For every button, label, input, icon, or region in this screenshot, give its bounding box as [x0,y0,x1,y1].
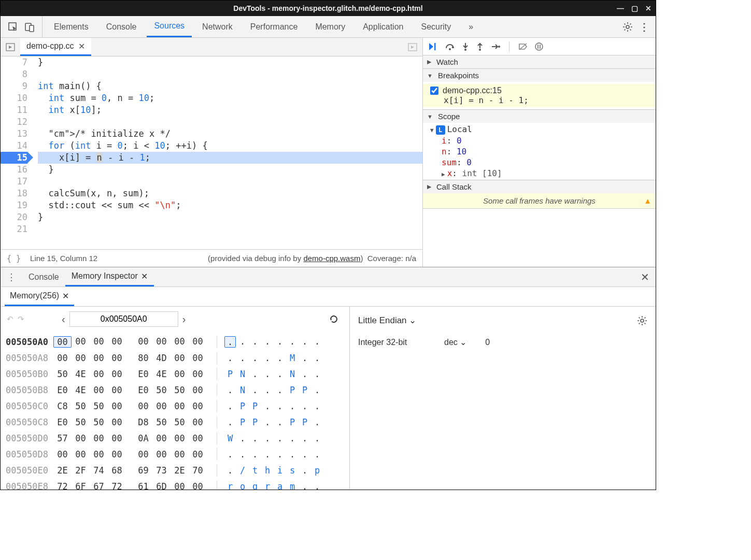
prev-page-icon[interactable]: ‹ [62,313,65,325]
settings-gear-icon[interactable] [622,22,633,32]
callstack-warning: Some call frames have warnings▲ [423,193,656,208]
svg-point-15 [641,319,644,322]
file-tab[interactable]: demo-cpp.cc ✕ [20,38,91,56]
kebab-menu-icon[interactable]: ⋮ [639,21,649,33]
tab-sources[interactable]: Sources [147,16,192,37]
memory-address-input[interactable] [69,311,178,327]
inspect-element-icon[interactable] [8,22,18,32]
svg-line-11 [519,44,527,50]
step-out-icon[interactable] [476,42,484,51]
pause-exceptions-icon[interactable] [534,42,544,51]
tab-console[interactable]: Console [99,16,144,37]
window-maximize-icon[interactable]: ▢ [631,4,638,12]
editor-status-bar: { } Line 15, Column 12 (provided via deb… [1,249,422,267]
run-snippet-icon[interactable] [403,42,422,52]
tab-memory[interactable]: Memory [308,16,352,37]
endianness-select[interactable]: Little Endian ⌄ [358,315,416,326]
devtools-tabbar: Elements Console Sources Network Perform… [1,16,656,38]
svg-point-7 [449,48,451,50]
svg-point-12 [535,43,543,50]
resume-icon[interactable] [428,42,438,51]
drawer-menu-icon[interactable]: ⋮ [1,271,22,283]
cursor-pos: Line 15, Column 12 [30,254,97,263]
svg-rect-14 [540,45,541,49]
chevron-down-icon: ⌄ [409,315,416,325]
window-minimize-icon[interactable]: — [617,4,624,12]
history-back-icon[interactable]: ↶ [7,314,13,324]
svg-point-9 [479,49,481,51]
deactivate-breakpoints-icon[interactable] [518,42,528,51]
braces-icon[interactable]: { } [7,254,21,263]
svg-point-8 [464,49,466,51]
svg-rect-6 [434,43,436,50]
warning-icon: ▲ [644,196,651,205]
close-icon[interactable]: ✕ [78,41,85,51]
callstack-section: ▶Call Stack Some call frames have warnin… [423,180,656,209]
value-display: 0 [485,338,490,347]
device-toolbar-icon[interactable] [24,22,35,32]
file-tab-label: demo-cpp.cc [26,41,74,51]
svg-rect-2 [30,25,34,32]
svg-rect-13 [537,45,539,49]
tab-elements[interactable]: Elements [47,16,96,37]
memory-tab[interactable]: Memory(256) ✕ [5,287,74,306]
step-into-icon[interactable] [461,42,470,51]
code-editor[interactable]: 789101112131415161718192021 }int main() … [1,56,422,249]
refresh-icon[interactable] [329,314,339,324]
tab-application[interactable]: Application [356,16,410,37]
value-type-label: Integer 32-bit [358,338,426,347]
window-close-icon[interactable]: ✕ [645,4,651,12]
scope-section: ▼Scope ▼LLocal i: 0n: 10sum: 0▶x: int [1… [423,110,656,180]
close-icon[interactable]: ✕ [62,291,69,301]
debugger-sidebar: ▶Watch ▼Breakpoints demo-cpp.cc:15 x[i] … [422,38,656,267]
next-page-icon[interactable]: › [182,313,186,325]
tab-network[interactable]: Network [195,16,240,37]
memory-hex-grid[interactable]: 005050A00000000000000000........005050A8… [1,332,349,490]
wasm-source-link[interactable]: demo-cpp.wasm [303,254,360,263]
value-format-select[interactable]: dec ⌄ [444,337,466,347]
breakpoint-item[interactable]: demo-cpp.cc:15 x[i] = n - i - 1; [423,84,656,107]
tabs-overflow-icon[interactable]: » [461,16,480,37]
drawer: ⋮ Console Memory Inspector ✕ ✕ Memory(25… [1,267,656,490]
svg-point-3 [626,25,629,28]
window-title: DevTools - memory-inspector.glitch.me/de… [233,4,422,12]
drawer-close-icon[interactable]: ✕ [634,271,656,283]
close-icon[interactable]: ✕ [141,271,148,281]
watch-section[interactable]: ▶Watch [423,55,656,69]
show-navigator-icon[interactable] [1,42,20,52]
tab-performance[interactable]: Performance [243,16,305,37]
step-over-icon[interactable] [445,42,455,51]
breakpoint-checkbox[interactable] [430,87,438,95]
tab-security[interactable]: Security [414,16,458,37]
window-titlebar: DevTools - memory-inspector.glitch.me/de… [1,1,656,16]
file-tabs: demo-cpp.cc ✕ [1,38,422,56]
memory-settings-gear-icon[interactable] [637,315,647,326]
svg-point-10 [498,46,500,48]
history-forward-icon[interactable]: ↷ [18,314,24,324]
drawer-tab-memory-inspector[interactable]: Memory Inspector ✕ [65,267,154,286]
chevron-down-icon: ⌄ [460,338,466,347]
drawer-tab-console[interactable]: Console [22,267,65,286]
breakpoints-section: ▼Breakpoints demo-cpp.cc:15 x[i] = n - i… [423,69,656,110]
step-icon[interactable] [490,42,501,51]
coverage-label: Coverage: n/a [367,254,416,263]
